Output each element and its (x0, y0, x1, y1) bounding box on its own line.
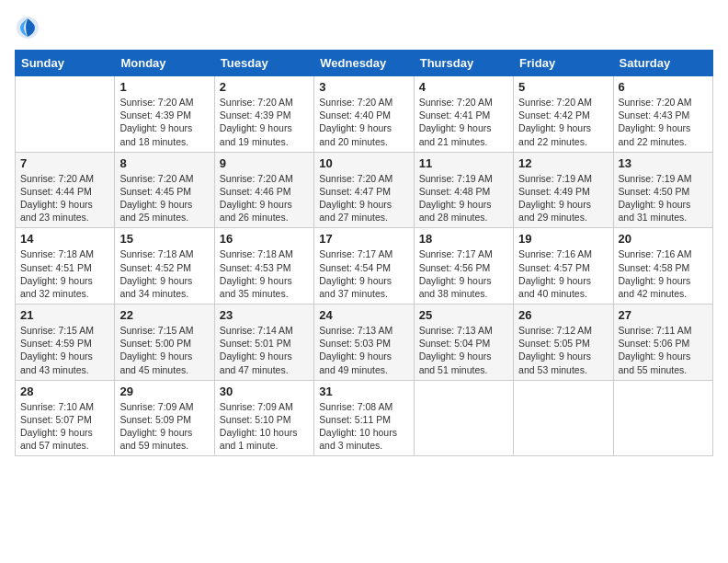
day-number: 28 (20, 385, 109, 398)
cell-content: Sunrise: 7:11 AM Sunset: 5:06 PM Dayligh… (619, 324, 708, 376)
cell-content: Sunrise: 7:20 AM Sunset: 4:44 PM Dayligh… (20, 172, 109, 224)
calendar-cell: 30Sunrise: 7:09 AM Sunset: 5:10 PM Dayli… (214, 380, 313, 456)
calendar-header-tuesday: Tuesday (214, 51, 313, 76)
day-number: 8 (119, 156, 209, 170)
cell-content: Sunrise: 7:16 AM Sunset: 4:58 PM Dayligh… (619, 247, 708, 300)
cell-content: Sunrise: 7:17 AM Sunset: 4:54 PM Dayligh… (319, 247, 408, 300)
calendar-cell: 20Sunrise: 7:16 AM Sunset: 4:58 PM Dayli… (613, 228, 712, 304)
cell-content: Sunrise: 7:13 AM Sunset: 5:03 PM Dayligh… (319, 324, 408, 376)
day-number: 17 (319, 232, 408, 246)
calendar-cell: 12Sunrise: 7:19 AM Sunset: 4:49 PM Dayli… (514, 152, 613, 228)
calendar-cell: 10Sunrise: 7:20 AM Sunset: 4:47 PM Dayli… (314, 152, 414, 228)
calendar-cell: 18Sunrise: 7:17 AM Sunset: 4:56 PM Dayli… (414, 228, 513, 304)
calendar-cell: 6Sunrise: 7:20 AM Sunset: 4:43 PM Daylig… (613, 76, 712, 153)
calendar-header-thursday: Thursday (414, 51, 513, 76)
day-number: 12 (518, 156, 608, 170)
day-number: 31 (319, 385, 408, 398)
calendar-cell (16, 76, 115, 153)
calendar-cell: 1Sunrise: 7:20 AM Sunset: 4:39 PM Daylig… (115, 76, 214, 153)
day-number: 24 (319, 308, 408, 322)
day-number: 5 (518, 80, 608, 94)
cell-content: Sunrise: 7:15 AM Sunset: 5:00 PM Dayligh… (119, 324, 209, 376)
cell-content: Sunrise: 7:20 AM Sunset: 4:47 PM Dayligh… (319, 172, 408, 224)
cell-content: Sunrise: 7:09 AM Sunset: 5:10 PM Dayligh… (220, 400, 309, 453)
cell-content: Sunrise: 7:13 AM Sunset: 5:04 PM Dayligh… (419, 324, 508, 376)
day-number: 29 (119, 385, 209, 398)
calendar-week-row: 28Sunrise: 7:10 AM Sunset: 5:07 PM Dayli… (16, 380, 713, 456)
day-number: 4 (419, 80, 508, 94)
day-number: 3 (319, 80, 408, 94)
day-number: 23 (220, 308, 309, 322)
cell-content: Sunrise: 7:17 AM Sunset: 4:56 PM Dayligh… (419, 247, 508, 300)
calendar-cell: 16Sunrise: 7:18 AM Sunset: 4:53 PM Dayli… (214, 228, 313, 304)
page-container: SundayMondayTuesdayWednesdayThursdayFrid… (0, 0, 728, 563)
day-number: 14 (20, 232, 109, 246)
day-number: 26 (518, 308, 608, 322)
calendar-cell: 4Sunrise: 7:20 AM Sunset: 4:41 PM Daylig… (414, 76, 513, 153)
cell-content: Sunrise: 7:19 AM Sunset: 4:49 PM Dayligh… (518, 172, 608, 224)
calendar-header-friday: Friday (514, 51, 613, 76)
calendar-week-row: 7Sunrise: 7:20 AM Sunset: 4:44 PM Daylig… (16, 152, 713, 228)
calendar-cell: 29Sunrise: 7:09 AM Sunset: 5:09 PM Dayli… (115, 380, 214, 456)
calendar-header-row: SundayMondayTuesdayWednesdayThursdayFrid… (16, 51, 713, 76)
day-number: 10 (319, 156, 408, 170)
day-number: 21 (20, 308, 109, 322)
cell-content: Sunrise: 7:20 AM Sunset: 4:42 PM Dayligh… (518, 96, 608, 148)
day-number: 9 (220, 156, 309, 170)
calendar-cell: 28Sunrise: 7:10 AM Sunset: 5:07 PM Dayli… (16, 380, 115, 456)
calendar-header-saturday: Saturday (613, 51, 712, 76)
day-number: 7 (20, 156, 109, 170)
day-number: 16 (220, 232, 309, 246)
day-number: 11 (419, 156, 508, 170)
cell-content: Sunrise: 7:20 AM Sunset: 4:43 PM Dayligh… (619, 96, 708, 148)
day-number: 30 (220, 385, 309, 398)
calendar-cell: 31Sunrise: 7:08 AM Sunset: 5:11 PM Dayli… (314, 380, 414, 456)
calendar-header-wednesday: Wednesday (314, 51, 414, 76)
calendar-header-sunday: Sunday (16, 51, 115, 76)
day-number: 25 (419, 308, 508, 322)
calendar-cell: 21Sunrise: 7:15 AM Sunset: 4:59 PM Dayli… (16, 304, 115, 381)
day-number: 2 (220, 80, 309, 94)
calendar-cell: 22Sunrise: 7:15 AM Sunset: 5:00 PM Dayli… (115, 304, 214, 381)
day-number: 22 (119, 308, 209, 322)
calendar-cell: 24Sunrise: 7:13 AM Sunset: 5:03 PM Dayli… (314, 304, 414, 381)
day-number: 13 (619, 156, 708, 170)
calendar-week-row: 1Sunrise: 7:20 AM Sunset: 4:39 PM Daylig… (16, 76, 713, 153)
calendar-cell (414, 380, 513, 456)
cell-content: Sunrise: 7:18 AM Sunset: 4:53 PM Dayligh… (220, 247, 309, 300)
calendar-cell: 11Sunrise: 7:19 AM Sunset: 4:48 PM Dayli… (414, 152, 513, 228)
calendar-week-row: 21Sunrise: 7:15 AM Sunset: 4:59 PM Dayli… (16, 304, 713, 381)
calendar-cell (613, 380, 712, 456)
cell-content: Sunrise: 7:12 AM Sunset: 5:05 PM Dayligh… (518, 324, 608, 376)
day-number: 1 (119, 80, 209, 94)
calendar-cell: 15Sunrise: 7:18 AM Sunset: 4:52 PM Dayli… (115, 228, 214, 304)
cell-content: Sunrise: 7:20 AM Sunset: 4:46 PM Dayligh… (220, 172, 309, 224)
calendar-table: SundayMondayTuesdayWednesdayThursdayFrid… (15, 50, 713, 456)
cell-content: Sunrise: 7:16 AM Sunset: 4:57 PM Dayligh… (518, 247, 608, 300)
cell-content: Sunrise: 7:20 AM Sunset: 4:39 PM Dayligh… (119, 96, 209, 148)
day-number: 27 (619, 308, 708, 322)
calendar-cell: 23Sunrise: 7:14 AM Sunset: 5:01 PM Dayli… (214, 304, 313, 381)
calendar-cell: 2Sunrise: 7:20 AM Sunset: 4:39 PM Daylig… (214, 76, 313, 153)
calendar-cell (514, 380, 613, 456)
calendar-week-row: 14Sunrise: 7:18 AM Sunset: 4:51 PM Dayli… (16, 228, 713, 304)
logo-icon (15, 15, 40, 40)
page-header (15, 15, 713, 40)
cell-content: Sunrise: 7:18 AM Sunset: 4:51 PM Dayligh… (20, 247, 109, 300)
cell-content: Sunrise: 7:19 AM Sunset: 4:50 PM Dayligh… (619, 172, 708, 224)
calendar-cell: 17Sunrise: 7:17 AM Sunset: 4:54 PM Dayli… (314, 228, 414, 304)
cell-content: Sunrise: 7:08 AM Sunset: 5:11 PM Dayligh… (319, 400, 408, 453)
cell-content: Sunrise: 7:19 AM Sunset: 4:48 PM Dayligh… (419, 172, 508, 224)
day-number: 18 (419, 232, 508, 246)
calendar-cell: 26Sunrise: 7:12 AM Sunset: 5:05 PM Dayli… (514, 304, 613, 381)
calendar-cell: 27Sunrise: 7:11 AM Sunset: 5:06 PM Dayli… (613, 304, 712, 381)
cell-content: Sunrise: 7:09 AM Sunset: 5:09 PM Dayligh… (119, 400, 209, 453)
cell-content: Sunrise: 7:20 AM Sunset: 4:40 PM Dayligh… (319, 96, 408, 148)
day-number: 19 (518, 232, 608, 246)
day-number: 6 (619, 80, 708, 94)
calendar-cell: 8Sunrise: 7:20 AM Sunset: 4:45 PM Daylig… (115, 152, 214, 228)
calendar-cell: 7Sunrise: 7:20 AM Sunset: 4:44 PM Daylig… (16, 152, 115, 228)
calendar-cell: 5Sunrise: 7:20 AM Sunset: 4:42 PM Daylig… (514, 76, 613, 153)
cell-content: Sunrise: 7:20 AM Sunset: 4:45 PM Dayligh… (119, 172, 209, 224)
calendar-header-monday: Monday (115, 51, 214, 76)
